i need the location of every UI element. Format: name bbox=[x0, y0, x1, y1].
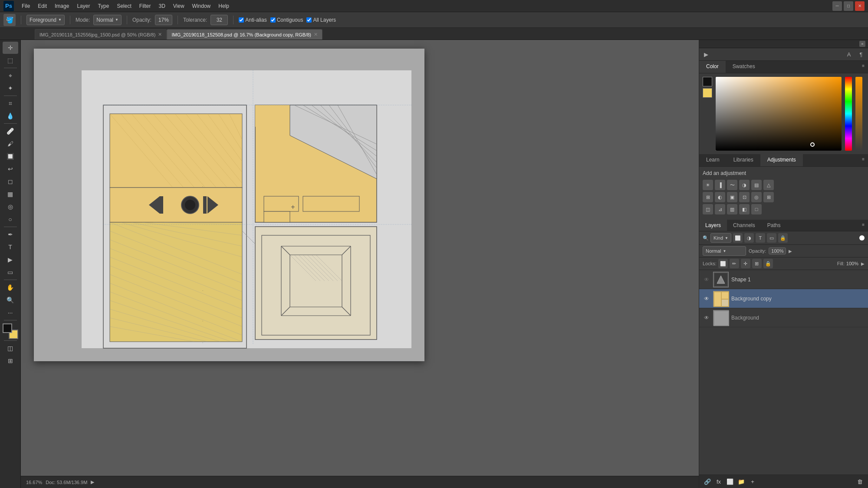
color-lookup-icon[interactable]: ◎ bbox=[751, 192, 762, 202]
adj-extra1-icon[interactable]: □ bbox=[751, 204, 762, 214]
hsl-icon[interactable]: △ bbox=[763, 180, 774, 190]
color-spectrum[interactable] bbox=[716, 77, 842, 151]
alpha-strip[interactable] bbox=[855, 77, 862, 151]
tolerance-input[interactable] bbox=[210, 15, 228, 25]
type-tool[interactable]: T bbox=[3, 241, 18, 253]
contiguous-checkbox[interactable] bbox=[270, 17, 276, 23]
photo-filter-icon[interactable]: ▣ bbox=[727, 192, 737, 202]
minimize-button[interactable]: ─ bbox=[832, 1, 842, 11]
filter-shape-icon[interactable]: ▭ bbox=[767, 233, 776, 243]
pen-tool[interactable]: ✒ bbox=[3, 228, 18, 241]
blur-tool[interactable]: ◎ bbox=[3, 201, 18, 213]
hue-strip[interactable] bbox=[845, 77, 852, 151]
exposure-icon[interactable]: ◑ bbox=[739, 180, 750, 190]
menu-window[interactable]: Window bbox=[189, 2, 214, 10]
all-layers-checkbox[interactable] bbox=[306, 17, 312, 23]
levels-icon[interactable]: ▐ bbox=[715, 180, 725, 190]
eyedropper-tool[interactable]: 💧 bbox=[3, 110, 18, 122]
menu-view[interactable]: View bbox=[170, 2, 188, 10]
filter-pixel-icon[interactable]: ⬜ bbox=[733, 233, 743, 243]
invert-icon[interactable]: ⊞ bbox=[763, 192, 774, 202]
layer-visibility-bg-copy[interactable]: 👁 bbox=[703, 295, 710, 303]
extra-tools[interactable]: ··· bbox=[3, 307, 18, 319]
tab-learn[interactable]: Learn bbox=[699, 154, 727, 166]
zoom-tool[interactable]: 🔍 bbox=[3, 294, 18, 306]
crop-tool[interactable]: ⌗ bbox=[3, 97, 18, 109]
add-style-icon[interactable]: fx bbox=[714, 477, 723, 486]
stamp-tool[interactable]: 🔲 bbox=[3, 150, 18, 162]
panel-options-icon[interactable]: ≡ bbox=[858, 61, 868, 73]
tab-color[interactable]: Color bbox=[699, 61, 726, 73]
menu-layer[interactable]: Layer bbox=[73, 2, 93, 10]
threshold-icon[interactable]: ⊿ bbox=[715, 204, 725, 214]
layers-panel-options[interactable]: ≡ bbox=[858, 220, 868, 231]
current-tool-icon[interactable]: 🪣 bbox=[3, 14, 16, 26]
channel-mixer-icon[interactable]: ⊡ bbox=[739, 192, 750, 202]
foreground-dropdown[interactable]: Foreground ▼ bbox=[26, 15, 65, 25]
all-layers-label[interactable]: All Layers bbox=[306, 17, 336, 23]
color-swatches[interactable] bbox=[3, 323, 18, 339]
menu-edit[interactable]: Edit bbox=[34, 2, 50, 10]
layer-visibility-shape1[interactable]: 👁 bbox=[703, 276, 710, 284]
hand-tool[interactable]: ✋ bbox=[3, 281, 18, 293]
layer-visibility-bg[interactable]: 👁 bbox=[703, 314, 710, 322]
brightness-contrast-icon[interactable]: ☀ bbox=[703, 180, 713, 190]
close-button[interactable]: ✕ bbox=[855, 1, 865, 11]
tab-close-icon[interactable]: ✕ bbox=[158, 32, 162, 37]
menu-help[interactable]: Help bbox=[215, 2, 233, 10]
tab-adjustments[interactable]: Adjustments bbox=[760, 154, 803, 166]
selective-color-icon[interactable]: ◧ bbox=[739, 204, 750, 214]
opacity-arrow-icon[interactable]: ▶ bbox=[789, 249, 792, 254]
filter-toggle-icon[interactable] bbox=[859, 235, 865, 241]
lock-image-icon[interactable]: ✏ bbox=[730, 259, 739, 268]
canvas-content[interactable]: + bbox=[34, 49, 424, 361]
fill-arrow-icon[interactable]: ▶ bbox=[861, 261, 865, 266]
layer-item-background[interactable]: 👁 Background bbox=[699, 308, 868, 327]
type-icon[interactable]: A bbox=[844, 49, 854, 59]
filter-smart-icon[interactable]: 🔒 bbox=[778, 233, 788, 243]
shape-tool[interactable]: ▭ bbox=[3, 266, 18, 278]
menu-image[interactable]: Image bbox=[51, 2, 72, 10]
lock-all-icon[interactable]: 🔒 bbox=[763, 259, 773, 268]
create-layer-icon[interactable]: + bbox=[748, 477, 757, 486]
menu-file[interactable]: File bbox=[18, 2, 33, 10]
panel-collapse-icon[interactable]: « bbox=[859, 41, 865, 47]
brush-tool[interactable]: 🖌 bbox=[3, 138, 18, 150]
marquee-tool[interactable]: ⬚ bbox=[3, 54, 18, 66]
opacity-input[interactable] bbox=[155, 15, 172, 25]
filter-type-icon[interactable]: T bbox=[756, 233, 765, 243]
anti-alias-checkbox[interactable] bbox=[239, 17, 244, 23]
tab-layers[interactable]: Layers bbox=[699, 220, 727, 231]
filter-adjustment-icon[interactable]: ◑ bbox=[744, 233, 754, 243]
black-white-icon[interactable]: ◐ bbox=[715, 192, 725, 202]
gradient-map-icon[interactable]: ▥ bbox=[727, 204, 737, 214]
delete-layer-icon[interactable]: 🗑 bbox=[855, 477, 865, 486]
play-icon[interactable]: ▶ bbox=[701, 49, 711, 59]
curves-icon[interactable]: 〜 bbox=[727, 180, 737, 190]
foreground-color-preview[interactable] bbox=[703, 77, 712, 86]
eraser-tool[interactable]: ◻ bbox=[3, 175, 18, 188]
posterize-icon[interactable]: ◫ bbox=[703, 204, 713, 214]
menu-type[interactable]: Type bbox=[94, 2, 112, 10]
dodge-tool[interactable]: ○ bbox=[3, 213, 18, 225]
background-color-preview[interactable] bbox=[703, 88, 712, 98]
quick-mask-tool[interactable]: ◫ bbox=[3, 342, 18, 354]
layer-kind-dropdown[interactable]: Kind ▼ bbox=[710, 233, 731, 243]
lock-artboard-icon[interactable]: ⊞ bbox=[752, 259, 762, 268]
add-mask-icon[interactable]: ⬜ bbox=[725, 477, 735, 486]
menu-filter[interactable]: Filter bbox=[136, 2, 155, 10]
lasso-tool[interactable]: ⌖ bbox=[3, 69, 18, 82]
tab-paths[interactable]: Paths bbox=[761, 220, 787, 231]
paragraph-icon[interactable]: ¶ bbox=[856, 49, 866, 59]
tab-libraries[interactable]: Libraries bbox=[727, 154, 760, 166]
menu-3d[interactable]: 3D bbox=[155, 2, 168, 10]
tab-active[interactable]: IMG_20190118_152508.psd @ 16.7% (Backgro… bbox=[167, 29, 322, 40]
healing-brush-tool[interactable]: 🩹 bbox=[3, 125, 18, 137]
vibrance-icon[interactable]: ▤ bbox=[751, 180, 762, 190]
mode-dropdown[interactable]: Normal ▼ bbox=[93, 15, 122, 25]
move-tool[interactable]: ✛ bbox=[3, 42, 18, 54]
opacity-value[interactable]: 100% bbox=[769, 247, 786, 254]
layer-item-shape1[interactable]: 👁 Shape 1 bbox=[699, 270, 868, 289]
screen-mode-tool[interactable]: ⊞ bbox=[3, 355, 18, 367]
tab-swatches[interactable]: Swatches bbox=[726, 61, 762, 73]
